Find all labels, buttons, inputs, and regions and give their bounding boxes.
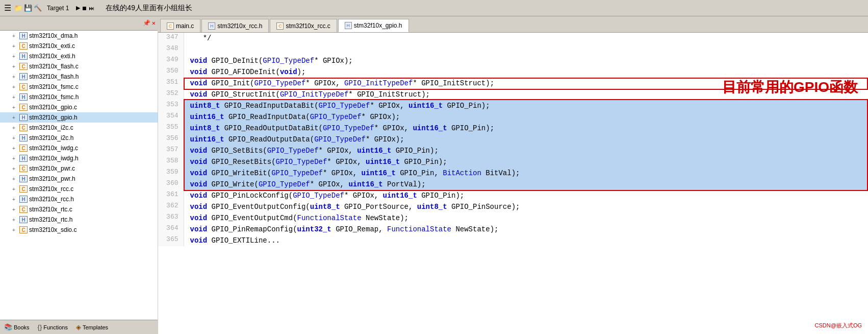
watermark: CSDN@嵌入式OG xyxy=(813,321,864,330)
line-code: void GPIO_PinRemapConfig(uint32_t GPIO_R… xyxy=(184,224,868,235)
sidebar-item[interactable]: +Cstm32f10x_iwdg.c xyxy=(0,143,158,153)
line-code xyxy=(184,44,868,55)
sidebar-item-label: stm32f10x_fsmc.c xyxy=(29,83,79,90)
expand-icon[interactable]: + xyxy=(12,166,19,172)
line-number: 362 xyxy=(158,201,184,212)
expand-icon[interactable]: + xyxy=(12,64,19,69)
sidebar-item[interactable]: +Cstm32f10x_i2c.c xyxy=(0,123,158,133)
sidebar-item-label: stm32f10x_flash.h xyxy=(29,73,79,80)
line-code: void GPIO_WriteBit(GPIO_TypeDef* GPIOx, … xyxy=(184,168,868,179)
h-file-icon: H xyxy=(19,196,28,203)
expand-icon[interactable]: + xyxy=(12,74,19,80)
sidebar-item[interactable]: +Cstm32f10x_rcc.c xyxy=(0,184,158,194)
tab-templates[interactable]: ◈ Templates xyxy=(74,322,110,332)
expand-icon[interactable]: + xyxy=(12,186,19,192)
line-number: 348 xyxy=(158,44,184,55)
line-number: 349 xyxy=(158,55,184,66)
func-icon: {} xyxy=(38,323,42,331)
expand-icon[interactable]: + xyxy=(12,115,19,121)
templates-label: Templates xyxy=(83,324,108,330)
c-file-icon: C xyxy=(19,206,28,213)
expand-icon[interactable]: + xyxy=(12,54,19,59)
tab-books[interactable]: 📚 Books xyxy=(2,322,32,332)
expand-icon[interactable]: + xyxy=(12,207,19,212)
sidebar-item[interactable]: +Hstm32f10x_exti.h xyxy=(0,51,158,61)
sidebar-item[interactable]: +Cstm32f10x_sdio.c xyxy=(0,225,158,235)
line-number: 363 xyxy=(158,212,184,224)
tab-main_c[interactable]: Cmain.c xyxy=(160,19,200,32)
sidebar-item[interactable]: +Hstm32f10x_rcc.h xyxy=(0,194,158,204)
sidebar-item-label: stm32f10x_rtc.c xyxy=(29,206,72,213)
line-code: void GPIO_PinLockConfig(GPIO_TypeDef* GP… xyxy=(184,190,868,201)
sidebar-item[interactable]: +Cstm32f10x_pwr.c xyxy=(0,163,158,174)
code-line: 364void GPIO_PinRemapConfig(uint32_t GPI… xyxy=(158,224,868,235)
expand-icon[interactable]: + xyxy=(12,94,19,100)
code-area: Cmain.cHstm32f10x_rcc.hCstm32f10x_rcc.cH… xyxy=(158,16,868,334)
line-code: void GPIO_EventOutputCmd(FunctionalState… xyxy=(184,212,868,224)
expand-icon[interactable]: + xyxy=(12,176,19,182)
sidebar-item-label: stm32f10x_exti.h xyxy=(29,53,75,60)
line-number: 356 xyxy=(158,134,184,145)
sidebar-item[interactable]: +Cstm32f10x_flash.c xyxy=(0,61,158,71)
sidebar-tree[interactable]: +Hstm32f10x_dma.h+Cstm32f10x_exti.c+Hstm… xyxy=(0,31,158,320)
sidebar-item[interactable]: +Cstm32f10x_exti.c xyxy=(0,41,158,51)
expand-icon[interactable]: + xyxy=(12,84,19,90)
sidebar-item-label: stm32f10x_flash.c xyxy=(29,63,79,70)
code-line: 349void GPIO_DeInit(GPIO_TypeDef* GPIOx)… xyxy=(158,55,868,66)
h-file-icon: H xyxy=(19,216,28,223)
code-line: 363void GPIO_EventOutputCmd(FunctionalSt… xyxy=(158,212,868,224)
line-number: 354 xyxy=(158,111,184,123)
tab-file-icon: H xyxy=(208,22,215,30)
sidebar-item[interactable]: +Hstm32f10x_flash.h xyxy=(0,71,158,82)
tab-file-icon: C xyxy=(276,22,284,30)
sidebar: 📌 ✕ +Hstm32f10x_dma.h+Cstm32f10x_exti.c+… xyxy=(0,16,158,334)
sidebar-item[interactable]: +Hstm32f10x_i2c.h xyxy=(0,133,158,143)
tab-label: stm32f10x_rcc.c xyxy=(286,22,330,30)
code-content[interactable]: 347 */348 349void GPIO_DeInit(GPIO_TypeD… xyxy=(158,33,868,334)
expand-icon[interactable]: + xyxy=(12,146,19,151)
line-number: 357 xyxy=(158,145,184,156)
sidebar-item-label: stm32f10x_pwr.h xyxy=(29,175,75,182)
sidebar-item[interactable]: +Hstm32f10x_gpio.h xyxy=(0,112,158,123)
h-file-icon: H xyxy=(19,73,28,80)
c-file-icon: C xyxy=(19,104,28,111)
h-file-icon: H xyxy=(19,32,28,39)
tab-gpio_h[interactable]: Hstm32f10x_gpio.h xyxy=(338,19,409,32)
tab-rcc_c[interactable]: Cstm32f10x_rcc.c xyxy=(270,19,337,32)
sidebar-item[interactable]: +Hstm32f10x_pwr.h xyxy=(0,174,158,184)
expand-icon[interactable]: + xyxy=(12,105,19,110)
sidebar-item-label: stm32f10x_gpio.c xyxy=(29,104,77,111)
expand-icon[interactable]: + xyxy=(12,197,19,202)
expand-icon[interactable]: + xyxy=(12,227,19,233)
close-icon[interactable]: ✕ xyxy=(152,19,156,27)
c-file-icon: C xyxy=(19,226,28,233)
expand-icon[interactable]: + xyxy=(12,156,19,161)
line-code: void GPIO_EXTILine... xyxy=(184,235,868,246)
line-number: 361 xyxy=(158,190,184,201)
code-line: 355uint8_t GPIO_ReadOutputDataBit(GPIO_T… xyxy=(158,123,868,134)
expand-icon[interactable]: + xyxy=(12,125,19,131)
expand-icon[interactable]: + xyxy=(12,135,19,141)
line-number: 358 xyxy=(158,156,184,168)
sidebar-item[interactable]: +Hstm32f10x_fsmc.h xyxy=(0,92,158,102)
tab-functions[interactable]: {} Functions xyxy=(36,322,70,332)
line-number: 355 xyxy=(158,123,184,134)
sidebar-item[interactable]: +Cstm32f10x_fsmc.c xyxy=(0,82,158,92)
sidebar-item-label: stm32f10x_exti.c xyxy=(29,42,75,50)
tab-rcc_h1[interactable]: Hstm32f10x_rcc.h xyxy=(201,19,269,32)
c-file-icon: C xyxy=(19,145,28,152)
expand-icon[interactable]: + xyxy=(12,33,19,39)
pin-icon[interactable]: 📌 xyxy=(143,19,150,27)
sidebar-item-label: stm32f10x_sdio.c xyxy=(29,226,76,233)
sidebar-item[interactable]: +Hstm32f10x_iwdg.h xyxy=(0,153,158,163)
expand-icon[interactable]: + xyxy=(12,43,19,49)
sidebar-item[interactable]: +Hstm32f10x_dma.h xyxy=(0,31,158,41)
top-bar: ☰ 📁 💾 🔨 Target 1 ▶⏹⏭ 在线的49人里面有小组组长 xyxy=(0,0,868,16)
sidebar-item[interactable]: +Cstm32f10x_rtc.c xyxy=(0,204,158,214)
line-number: 364 xyxy=(158,224,184,235)
sidebar-item-label: stm32f10x_i2c.h xyxy=(29,134,73,141)
expand-icon[interactable]: + xyxy=(12,217,19,223)
sidebar-item[interactable]: +Hstm32f10x_rtc.h xyxy=(0,214,158,225)
sidebar-item[interactable]: +Cstm32f10x_gpio.c xyxy=(0,102,158,112)
c-file-icon: C xyxy=(19,165,28,172)
